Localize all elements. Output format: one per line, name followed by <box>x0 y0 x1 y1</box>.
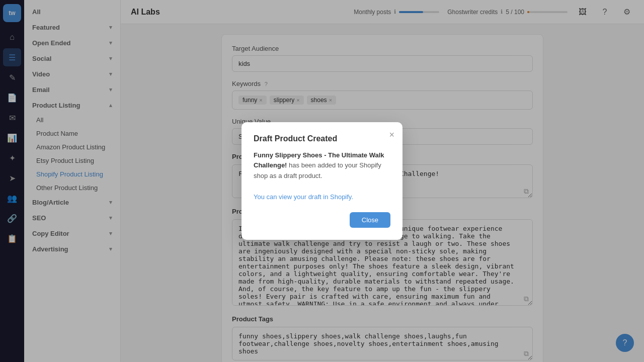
draft-product-modal: Draft Product Created × Funny Slippery S… <box>242 122 403 240</box>
modal-overlay[interactable]: Draft Product Created × Funny Slippery S… <box>0 0 644 362</box>
modal-body: Funny Slippery Shoes - The Ultimate Walk… <box>254 150 390 203</box>
modal-footer: Close <box>254 212 390 228</box>
modal-close-button[interactable]: Close <box>350 212 390 228</box>
modal-shopify-link[interactable]: You can view your draft in Shopify. <box>254 193 353 201</box>
modal-close-x-button[interactable]: × <box>389 130 394 139</box>
modal-title: Draft Product Created <box>254 134 390 143</box>
